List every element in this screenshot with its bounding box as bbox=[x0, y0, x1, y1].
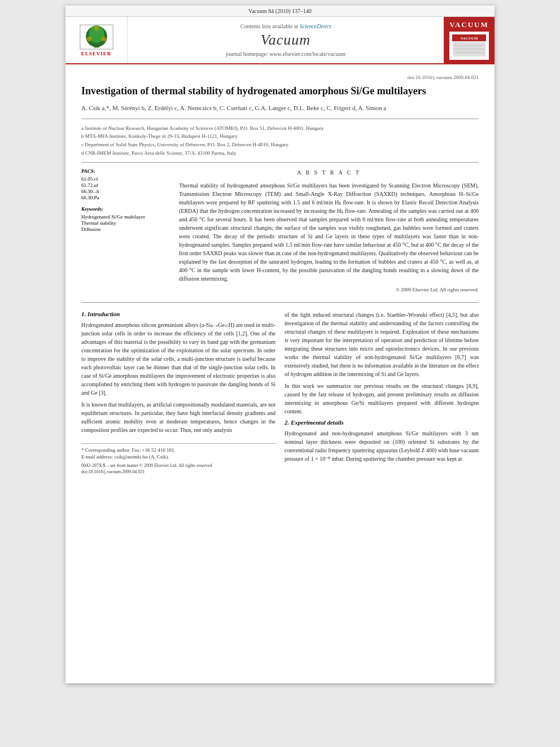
section1-para2: It is known that multilayers, as artific… bbox=[81, 400, 275, 434]
elsevier-brand: ELSEVIER bbox=[81, 51, 112, 56]
section1-right-para1: of the light induced structural changes … bbox=[285, 311, 479, 378]
sciencedirect-line: Contents lists available at ScienceDirec… bbox=[240, 23, 331, 29]
sciencedirect-link[interactable]: ScienceDirect bbox=[300, 23, 331, 29]
svg-point-5 bbox=[94, 25, 99, 30]
volume-text: Vacuum 84 (2010) 137–140 bbox=[248, 8, 312, 14]
abstract-text: Thermal stability of hydrogenated amorph… bbox=[179, 181, 479, 283]
article-page: Vacuum 84 (2010) 137–140 ELSEVIER Conte bbox=[65, 6, 495, 683]
affiliations: a Institute of Nuclear Research, Hungari… bbox=[81, 125, 479, 156]
footnote-corresponding: * Corresponding author. Fax: +36 52 416 … bbox=[81, 447, 275, 453]
affil-a: a Institute of Nuclear Research, Hungari… bbox=[81, 125, 479, 132]
svg-point-3 bbox=[86, 36, 91, 41]
pacs-2: 61.72.uf bbox=[81, 182, 169, 188]
journal-center-info: Contents lists available at ScienceDirec… bbox=[128, 17, 444, 63]
keywords-label: Keywords: bbox=[81, 206, 169, 212]
abstract-copyright: © 2009 Elsevier Ltd. All rights reserved… bbox=[179, 286, 479, 294]
body-right-col: of the light induced structural changes … bbox=[285, 311, 479, 475]
authors-text: A. Csik a,*, M. Serényi b, Z. Erdélyi c,… bbox=[81, 104, 386, 111]
pacs-label: PACS: bbox=[81, 168, 169, 174]
abstract-section: PACS: 61.05.cf 61.72.uf 66.30.–h 66.30.P… bbox=[81, 168, 479, 294]
email-value: csik@atomki.hu (A. Csik). bbox=[114, 454, 169, 460]
abstract-heading: A B S T R A C T bbox=[179, 168, 479, 177]
affil-divider bbox=[81, 119, 479, 119]
section1-right-para2: In this work we summarize our previous r… bbox=[285, 382, 479, 416]
vacuum-logo-text: VACUUM bbox=[449, 20, 489, 29]
journal-volume-info: Vacuum 84 (2010) 137–140 bbox=[65, 6, 495, 17]
vacuum-logo-box: VACUUM VACUUM bbox=[444, 17, 495, 63]
contents-text: Contents lists available at bbox=[240, 23, 298, 29]
keyword-3: Diffusion bbox=[81, 226, 169, 232]
vacuum-logo-image: VACUUM bbox=[449, 32, 489, 60]
section2-heading: 2. Experimental details bbox=[285, 419, 479, 426]
keyword-2: Thermal stability bbox=[81, 220, 169, 226]
vacuum-cover-icon: VACUUM bbox=[452, 34, 486, 57]
pacs-3: 66.30.–h bbox=[81, 189, 169, 194]
body-left-col: 1. Introduction Hydrogenated amorphous s… bbox=[81, 311, 275, 475]
svg-point-4 bbox=[101, 36, 106, 41]
article-content: doi:10.1016/j.vacuum.2009.04.021 Investi… bbox=[65, 64, 495, 486]
authors-line: A. Csik a,*, M. Serényi b, Z. Erdélyi c,… bbox=[81, 103, 479, 113]
section1-para1: Hydrogenated amorphous silicon germanium… bbox=[81, 321, 275, 397]
affil-d: d CNR-IMEM Institute, Parco Area delle S… bbox=[81, 150, 479, 157]
journal-homepage: journal homepage: www.elsevier.com/locat… bbox=[226, 51, 345, 57]
affil-c: c Department of Solid State Physics, Uni… bbox=[81, 141, 479, 148]
abstract-divider bbox=[81, 162, 479, 163]
pacs-keywords-col: PACS: 61.05.cf 61.72.uf 66.30.–h 66.30.P… bbox=[81, 168, 169, 294]
issn-line: 0042-207X/$ – see front matter © 2009 El… bbox=[81, 463, 275, 468]
elsevier-tree-icon bbox=[80, 24, 113, 50]
doi-line: doi:10.1016/j.vacuum.2009.04.021 bbox=[81, 469, 275, 474]
section1-heading: 1. Introduction bbox=[81, 311, 275, 317]
abstract-col: A B S T R A C T Thermal stability of hyd… bbox=[179, 168, 479, 294]
body-divider bbox=[81, 302, 479, 303]
footnote-area: * Corresponding author. Fax: +36 52 416 … bbox=[81, 443, 275, 474]
footnote-email: E-mail address: csik@atomki.hu (A. Csik)… bbox=[81, 454, 275, 460]
affil-b: b MTA-MFA Institute, Konkoly-Thege út 29… bbox=[81, 133, 479, 140]
email-label: E-mail address: bbox=[81, 454, 113, 460]
svg-text:VACUUM: VACUUM bbox=[461, 36, 478, 41]
article-title: Investigation of thermal stability of hy… bbox=[81, 85, 479, 98]
journal-header: ELSEVIER Contents lists available at Sci… bbox=[65, 17, 495, 64]
pacs-4: 66.30.Pa bbox=[81, 195, 169, 200]
elsevier-logo: ELSEVIER bbox=[65, 17, 128, 63]
pacs-1: 61.05.cf bbox=[81, 176, 169, 182]
journal-name: Vacuum bbox=[261, 32, 310, 49]
body-section: 1. Introduction Hydrogenated amorphous s… bbox=[81, 311, 479, 475]
article-doi: doi:10.1016/j.vacuum.2009.04.021 bbox=[81, 75, 479, 80]
section2-text: Hydrogenated and non-hydrogenated amorph… bbox=[285, 429, 479, 463]
keyword-1: Hydrogenated Si/Ge multilayer bbox=[81, 214, 169, 220]
